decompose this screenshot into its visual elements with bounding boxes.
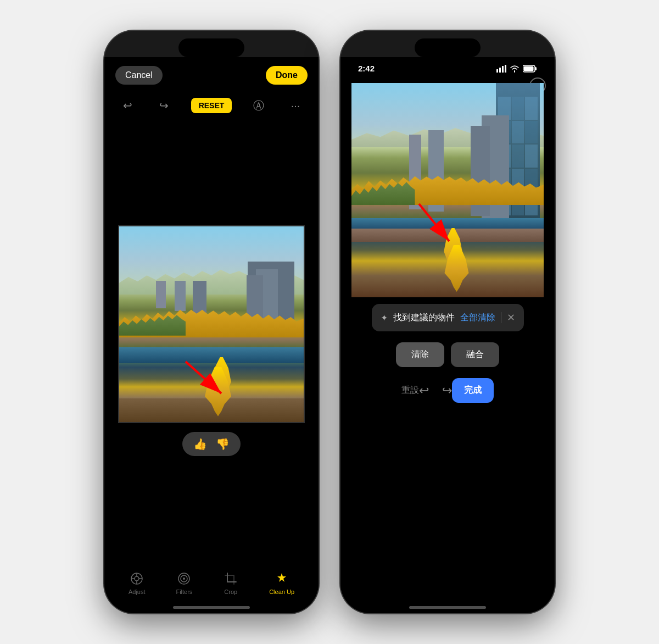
cleanup-icon bbox=[274, 571, 289, 586]
thumbs-down-icon[interactable]: 👎 bbox=[216, 437, 230, 451]
bottom-actions: 重設 ↩ ↪ 完成 bbox=[397, 371, 498, 407]
time-display: 2:42 bbox=[358, 64, 375, 73]
top-bar-1: Cancel Done bbox=[113, 57, 310, 91]
auto-icon[interactable]: Ⓐ bbox=[249, 96, 269, 115]
thumbs-up-icon[interactable]: 👍 bbox=[193, 437, 207, 451]
dynamic-island-1 bbox=[178, 38, 244, 57]
wifi-icon bbox=[510, 65, 520, 73]
clear-button[interactable]: 清除 bbox=[396, 342, 444, 367]
suggestion-text: 找到建議的物件 bbox=[393, 312, 455, 324]
tab-crop[interactable]: Crop bbox=[223, 571, 238, 595]
svg-line-20 bbox=[419, 204, 449, 241]
photo-image-2 bbox=[351, 83, 544, 297]
feedback-pill: 👍 👎 bbox=[182, 432, 241, 456]
svg-point-10 bbox=[183, 578, 185, 580]
svg-rect-18 bbox=[524, 66, 534, 71]
finish-button[interactable]: 完成 bbox=[452, 378, 494, 403]
svg-point-3 bbox=[135, 576, 139, 581]
redo-button[interactable]: ↪ bbox=[442, 384, 452, 398]
tab-cleanup[interactable]: Clean Up bbox=[269, 571, 294, 595]
red-arrow-1 bbox=[175, 351, 241, 406]
page-container: Cancel Done ↩ ↪ RESET Ⓐ ··· bbox=[0, 0, 659, 644]
photo-frame-1 bbox=[118, 225, 305, 423]
cleanup-label: Clean Up bbox=[269, 589, 294, 595]
filters-label: Filters bbox=[176, 589, 192, 595]
photo-area-1: 👍 👎 bbox=[113, 124, 310, 565]
status-bar-2: 2:42 bbox=[349, 57, 546, 77]
svg-rect-14 bbox=[502, 66, 504, 73]
svg-rect-13 bbox=[499, 68, 501, 73]
svg-marker-11 bbox=[277, 573, 286, 582]
cancel-button[interactable]: Cancel bbox=[115, 66, 163, 85]
action-row: 清除 融合 bbox=[396, 338, 499, 371]
signal-icon bbox=[496, 65, 506, 73]
suggestion-bar: ✦ 找到建議的物件 全部清除 ✕ bbox=[372, 304, 524, 331]
home-indicator-2 bbox=[409, 606, 486, 609]
svg-line-1 bbox=[186, 362, 221, 393]
filters-icon bbox=[176, 571, 192, 586]
red-arrow-2 bbox=[405, 193, 471, 253]
undo-button[interactable]: ↩ bbox=[419, 384, 429, 398]
adjust-label: Adjust bbox=[129, 589, 146, 595]
clear-all-button[interactable]: 全部清除 bbox=[460, 312, 495, 324]
divider bbox=[501, 312, 501, 323]
more-icon[interactable]: ··· bbox=[286, 96, 305, 115]
tab-filters[interactable]: Filters bbox=[176, 571, 192, 595]
adjust-icon bbox=[129, 571, 144, 586]
close-icon[interactable]: ✕ bbox=[507, 312, 515, 324]
redo-icon[interactable]: ↪ bbox=[154, 96, 174, 115]
reset-button[interactable]: RESET bbox=[191, 98, 232, 113]
done-button[interactable]: Done bbox=[266, 66, 308, 85]
crop-label: Crop bbox=[224, 589, 237, 595]
feedback-row: 👍 👎 bbox=[182, 423, 241, 465]
reset-button-2[interactable]: 重設 bbox=[401, 385, 419, 396]
screen-2: 2:42 bbox=[340, 57, 555, 613]
fuse-button[interactable]: 融合 bbox=[451, 342, 499, 367]
phone-1: Cancel Done ↩ ↪ RESET Ⓐ ··· bbox=[104, 31, 319, 613]
home-indicator-1 bbox=[173, 606, 250, 609]
tab-bar-1: Adjust Filters bbox=[113, 565, 310, 604]
tab-adjust[interactable]: Adjust bbox=[129, 571, 146, 595]
status-right bbox=[496, 65, 537, 73]
photo-area-2: ? bbox=[349, 77, 546, 604]
sparkle-icon: ✦ bbox=[381, 313, 388, 323]
photo-frame-2 bbox=[351, 83, 544, 297]
svg-rect-12 bbox=[496, 69, 498, 73]
undo-icon[interactable]: ↩ bbox=[118, 96, 137, 115]
undo-redo-group: ↩ ↪ bbox=[419, 384, 452, 398]
crop-icon bbox=[223, 571, 238, 586]
toolbar-row: ↩ ↪ RESET Ⓐ ··· bbox=[113, 91, 310, 124]
dynamic-island-2 bbox=[415, 38, 481, 57]
phone-2: 2:42 bbox=[340, 31, 555, 613]
svg-rect-17 bbox=[535, 67, 537, 70]
battery-icon bbox=[523, 65, 537, 73]
screen-1: Cancel Done ↩ ↪ RESET Ⓐ ··· bbox=[104, 57, 319, 613]
svg-rect-15 bbox=[505, 65, 506, 73]
